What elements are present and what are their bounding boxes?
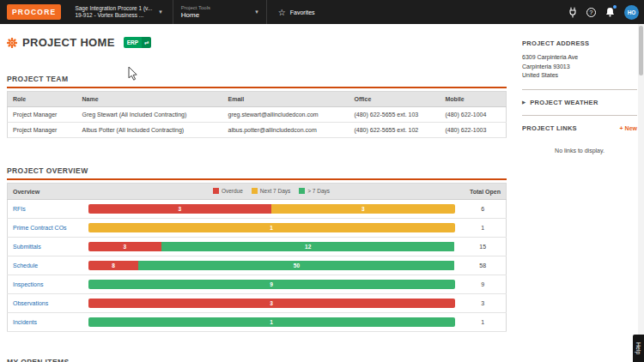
team-row: Project ManagerAlbus Potter (All Include… bbox=[8, 123, 507, 138]
overview-total-value: 15 bbox=[460, 238, 507, 256]
project-overview-table: Overview OverdueNext 7 Days> 7 Days Tota… bbox=[7, 183, 507, 332]
bar-segment: 3 bbox=[88, 299, 455, 308]
topbar-right-cluster: ? HO bbox=[568, 5, 639, 20]
bar-segment: 1 bbox=[88, 223, 455, 232]
my-open-items-title: MY OPEN ITEMS bbox=[7, 358, 507, 362]
chevron-down-icon: ▾ bbox=[159, 9, 162, 15]
project-selector-line2: 19-912 - Vortex Business ... bbox=[75, 12, 152, 20]
team-cell: (480) 622-5655 ext. 102 bbox=[349, 123, 440, 138]
overview-row-label[interactable]: Schedule bbox=[8, 256, 83, 275]
project-links-header: PROJECT LINKS + New bbox=[522, 124, 637, 132]
address-line: Carpinteria 93013 bbox=[522, 63, 637, 72]
page-title: PROJECT HOME bbox=[22, 36, 115, 49]
overview-total-value: 58 bbox=[460, 256, 507, 275]
favorites-label[interactable]: Favorites bbox=[290, 9, 315, 15]
overview-row: Incidents11 bbox=[8, 313, 507, 332]
team-cell: greg.stewart@allincludedcon.com bbox=[223, 107, 349, 123]
overview-row-label[interactable]: RFIs bbox=[8, 200, 83, 219]
notifications-bell-icon[interactable] bbox=[605, 7, 615, 17]
tool-selector-value: Home bbox=[181, 11, 210, 19]
address-line: 6309 Carpinteria Ave bbox=[522, 53, 637, 63]
overview-bar-cell: 1 bbox=[83, 219, 460, 238]
overview-row-label[interactable]: Prime Contract COs bbox=[8, 219, 83, 238]
legend-item: Next 7 Days bbox=[252, 188, 290, 194]
chevron-right-icon: ▶ bbox=[522, 100, 526, 105]
legend-item: Overdue bbox=[213, 188, 243, 194]
overview-stacked-bar: 850 bbox=[88, 261, 455, 270]
marketplace-plug-icon[interactable] bbox=[568, 7, 577, 18]
team-column-header: Role bbox=[8, 92, 77, 107]
team-column-header: Office bbox=[349, 92, 440, 107]
project-address-title: PROJECT ADDRESS bbox=[522, 39, 637, 47]
legend-label: Next 7 Days bbox=[260, 188, 290, 194]
bar-segment: 9 bbox=[88, 280, 455, 289]
overview-total-value: 6 bbox=[460, 200, 507, 219]
project-weather-title: PROJECT WEATHER bbox=[530, 99, 598, 106]
overview-legend: OverdueNext 7 Days> 7 Days bbox=[213, 188, 330, 194]
overview-stacked-bar: 312 bbox=[88, 242, 455, 251]
scrollbar-thumb[interactable] bbox=[639, 26, 643, 75]
main-content: PROJECT HOME ERP ⇄ PROJECT TEAM RoleName… bbox=[7, 24, 507, 362]
chevron-down-icon: ▾ bbox=[255, 9, 258, 15]
erp-sync-icon: ⇄ bbox=[142, 37, 151, 48]
overview-row-label[interactable]: Observations bbox=[8, 294, 83, 313]
favorite-star-icon[interactable]: ☆ bbox=[278, 8, 286, 17]
erp-badge-label: ERP bbox=[124, 37, 142, 48]
overview-row-label[interactable]: Inspections bbox=[8, 275, 83, 294]
team-column-header: Email bbox=[223, 92, 349, 107]
overview-stacked-bar: 1 bbox=[88, 317, 455, 327]
overview-total-value: 3 bbox=[460, 294, 507, 313]
help-icon[interactable]: ? bbox=[586, 8, 596, 17]
bar-segment: 3 bbox=[271, 204, 455, 214]
team-column-header: Mobile bbox=[440, 92, 507, 107]
team-cell: albus.potter@allincludedcon.com bbox=[223, 123, 349, 138]
right-sidebar: PROJECT ADDRESS 6309 Carpinteria AveCarp… bbox=[522, 24, 637, 154]
notification-dot bbox=[613, 5, 617, 9]
overview-bar-cell: 3 bbox=[83, 294, 460, 313]
address-line: United States bbox=[522, 71, 637, 81]
links-empty-message: No links to display. bbox=[522, 148, 637, 154]
overview-table-header-row: Overview OverdueNext 7 Days> 7 Days Tota… bbox=[8, 184, 507, 200]
overview-bar-cell: 9 bbox=[83, 275, 460, 294]
overview-stacked-bar: 33 bbox=[88, 204, 455, 214]
overview-row: Schedule85058 bbox=[8, 256, 507, 275]
overview-row: Inspections99 bbox=[8, 275, 507, 294]
overview-row-label[interactable]: Incidents bbox=[8, 313, 83, 332]
help-tab[interactable]: Help bbox=[633, 335, 644, 362]
team-cell: (480) 622-5655 ext. 103 bbox=[349, 107, 440, 123]
project-tools-dropdown[interactable]: Project Tools Home ▾ bbox=[173, 0, 267, 24]
overview-row-label[interactable]: Submittals bbox=[8, 238, 83, 256]
team-cell: Greg Stewart (All Included Contracting) bbox=[77, 107, 223, 123]
overview-bar-cell: 1 bbox=[83, 313, 460, 332]
overview-stacked-bar: 9 bbox=[88, 280, 455, 289]
team-cell: (480) 622-1003 bbox=[440, 123, 507, 138]
bar-segment: 3 bbox=[88, 204, 272, 214]
legend-swatch-icon bbox=[299, 188, 305, 194]
overview-stacked-bar: 1 bbox=[88, 223, 455, 232]
project-team-title: PROJECT TEAM bbox=[7, 75, 507, 88]
legend-label: > 7 Days bbox=[307, 188, 330, 194]
overview-table-body: RFIs336Prime Contract COs11Submittals312… bbox=[8, 200, 507, 332]
project-selector-line1: Sage Integration Procore 1 (v... bbox=[75, 5, 152, 13]
user-avatar[interactable]: HO bbox=[624, 5, 639, 20]
project-address-lines: 6309 Carpinteria AveCarpinteria 93013Uni… bbox=[522, 53, 637, 81]
total-open-column-header: Total Open bbox=[460, 184, 507, 200]
overview-column-header: Overview bbox=[8, 184, 83, 200]
overview-bar-cell: 850 bbox=[83, 256, 460, 275]
procore-logo[interactable]: PROCORE bbox=[7, 4, 61, 20]
erp-badge: ERP ⇄ bbox=[124, 37, 152, 48]
project-weather-toggle[interactable]: ▶ PROJECT WEATHER bbox=[522, 99, 637, 106]
team-table-body: Project ManagerGreg Stewart (All Include… bbox=[8, 107, 507, 138]
tool-selector-label: Project Tools bbox=[181, 5, 210, 10]
legend-item: > 7 Days bbox=[299, 188, 330, 194]
project-selector-dropdown[interactable]: Sage Integration Procore 1 (v... 19-912 … bbox=[75, 0, 161, 24]
new-link-button[interactable]: + New bbox=[620, 125, 637, 131]
team-column-header: Name bbox=[77, 92, 223, 107]
sidebar-divider bbox=[522, 89, 637, 90]
page-header: PROJECT HOME ERP ⇄ bbox=[7, 36, 507, 49]
legend-label: Overdue bbox=[222, 188, 243, 194]
team-cell: (480) 622-1004 bbox=[440, 107, 507, 123]
vertical-scrollbar[interactable] bbox=[638, 24, 644, 362]
project-team-table: RoleNameEmailOfficeMobile Project Manage… bbox=[7, 91, 507, 138]
overview-bar-cell: 33 bbox=[83, 200, 460, 219]
